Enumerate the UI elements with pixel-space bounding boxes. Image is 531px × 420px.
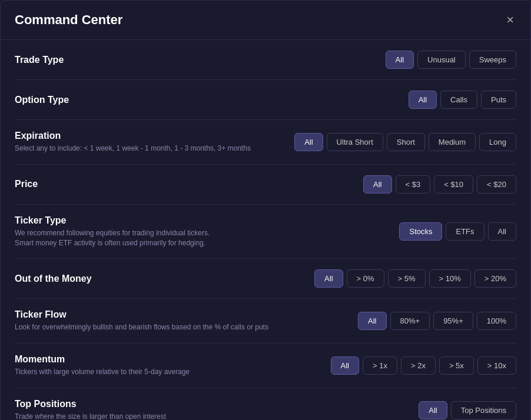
btn-expiration-long[interactable]: Long <box>479 133 516 151</box>
btn-top-positions-top-positions[interactable]: Top Positions <box>451 401 516 419</box>
btn-trade-type-unusual[interactable]: Unusual <box>417 51 466 69</box>
btn-group-price: All< $3< $10< $20 <box>363 175 516 194</box>
btn-group-ticker-flow: All80%+95%+100% <box>358 312 516 330</box>
filter-label-momentum: Momentum <box>15 354 321 365</box>
filter-label-top-positions: Top Positions <box>15 399 409 409</box>
btn-out-of-money-all[interactable]: All <box>314 269 343 288</box>
btn-expiration-all[interactable]: All <box>294 133 323 151</box>
btn-ticker-flow-100-[interactable]: 100% <box>477 312 516 330</box>
btn-momentum---10x[interactable]: > 10x <box>477 356 516 375</box>
btn-option-type-all[interactable]: All <box>409 91 437 109</box>
btn-ticker-flow-all[interactable]: All <box>358 312 386 330</box>
filter-label-trade-type: Trade Type <box>15 55 376 65</box>
filter-desc-ticker-flow: Look for overwhelmingly bullish and bear… <box>15 322 349 332</box>
btn-price-all[interactable]: All <box>363 175 391 194</box>
filter-label-group-out-of-money: Out of the Money <box>15 274 305 284</box>
filter-row-price: PriceAll< $3< $10< $20 <box>15 165 516 205</box>
btn-expiration-medium[interactable]: Medium <box>429 133 476 151</box>
filter-row-momentum: MomentumTickers with large volume relati… <box>15 344 516 388</box>
filter-desc-top-positions: Trade where the size is larger than open… <box>15 412 409 420</box>
btn-ticker-type-etfs[interactable]: ETFs <box>446 222 484 241</box>
command-center-modal: Command Center × Trade TypeAllUnusualSwe… <box>0 0 531 420</box>
btn-expiration-ultra-short[interactable]: Ultra Short <box>327 133 383 151</box>
btn-out-of-money---10-[interactable]: > 10% <box>429 269 471 288</box>
btn-expiration-short[interactable]: Short <box>387 133 425 151</box>
close-button[interactable]: × <box>504 11 516 29</box>
btn-option-type-puts[interactable]: Puts <box>481 91 516 109</box>
btn-price----20[interactable]: < $20 <box>477 175 516 194</box>
btn-ticker-flow-95--[interactable]: 95%+ <box>433 312 473 330</box>
btn-ticker-type-all[interactable]: All <box>488 222 516 241</box>
btn-top-positions-all[interactable]: All <box>419 401 447 419</box>
btn-out-of-money---5-[interactable]: > 5% <box>388 269 426 288</box>
filter-row-option-type: Option TypeAllCallsPuts <box>15 80 516 120</box>
btn-momentum---2x[interactable]: > 2x <box>401 356 436 375</box>
filter-label-option-type: Option Type <box>15 95 399 105</box>
filter-label-ticker-flow: Ticker Flow <box>15 309 349 320</box>
btn-momentum---1x[interactable]: > 1x <box>363 356 397 375</box>
filter-label-expiration: Expiration <box>15 131 285 141</box>
btn-ticker-type-stocks[interactable]: Stocks <box>399 222 442 241</box>
filter-desc-momentum: Tickers with large volume relative to th… <box>15 367 321 377</box>
filter-row-ticker-type: Ticker TypeWe recommend following equiti… <box>15 205 516 259</box>
filter-row-out-of-money: Out of the MoneyAll> 0%> 5%> 10%> 20% <box>15 259 516 299</box>
filter-row-expiration: ExpirationSelect any to include: < 1 wee… <box>15 120 516 165</box>
modal-header: Command Center × <box>1 1 530 40</box>
btn-group-ticker-type: StocksETFsAll <box>399 222 516 241</box>
filter-row-top-positions: Top PositionsTrade where the size is lar… <box>15 388 516 420</box>
btn-group-option-type: AllCallsPuts <box>409 91 516 109</box>
btn-momentum---5x[interactable]: > 5x <box>439 356 474 375</box>
btn-ticker-flow-80--[interactable]: 80%+ <box>390 312 430 330</box>
filter-row-ticker-flow: Ticker FlowLook for overwhelmingly bulli… <box>15 299 516 344</box>
filter-label-group-expiration: ExpirationSelect any to include: < 1 wee… <box>15 131 285 154</box>
btn-group-expiration: AllUltra ShortShortMediumLong <box>294 133 516 151</box>
btn-group-momentum: All> 1x> 2x> 5x> 10x <box>331 356 516 375</box>
filter-row-trade-type: Trade TypeAllUnusualSweeps <box>15 40 516 80</box>
btn-price----3[interactable]: < $3 <box>396 175 431 194</box>
btn-out-of-money---0-[interactable]: > 0% <box>347 269 384 288</box>
filter-label-group-price: Price <box>15 179 354 189</box>
modal-title: Command Center <box>15 12 122 28</box>
btn-momentum-all[interactable]: All <box>331 356 359 375</box>
filter-label-group-ticker-flow: Ticker FlowLook for overwhelmingly bulli… <box>15 309 349 332</box>
btn-group-trade-type: AllUnusualSweeps <box>386 51 516 69</box>
btn-out-of-money---20-[interactable]: > 20% <box>474 269 516 288</box>
filter-label-group-top-positions: Top PositionsTrade where the size is lar… <box>15 399 409 420</box>
btn-trade-type-all[interactable]: All <box>386 51 414 69</box>
filter-label-out-of-money: Out of the Money <box>15 274 305 284</box>
btn-trade-type-sweeps[interactable]: Sweeps <box>469 51 516 69</box>
btn-group-top-positions: AllTop Positions <box>419 401 516 419</box>
btn-price----10[interactable]: < $10 <box>434 175 473 194</box>
filter-label-price: Price <box>15 179 354 189</box>
btn-group-out-of-money: All> 0%> 5%> 10%> 20% <box>314 269 516 288</box>
filter-desc-expiration: Select any to include: < 1 week, 1 week … <box>15 144 285 154</box>
filter-label-group-momentum: MomentumTickers with large volume relati… <box>15 354 321 377</box>
btn-option-type-calls[interactable]: Calls <box>440 91 477 109</box>
filter-label-group-option-type: Option Type <box>15 95 399 105</box>
filter-desc-ticker-type: We recommend following equities for trad… <box>15 228 390 248</box>
filter-label-group-trade-type: Trade Type <box>15 55 376 65</box>
modal-body: Trade TypeAllUnusualSweepsOption TypeAll… <box>1 40 530 420</box>
filter-label-ticker-type: Ticker Type <box>15 215 390 226</box>
filter-label-group-ticker-type: Ticker TypeWe recommend following equiti… <box>15 215 390 248</box>
